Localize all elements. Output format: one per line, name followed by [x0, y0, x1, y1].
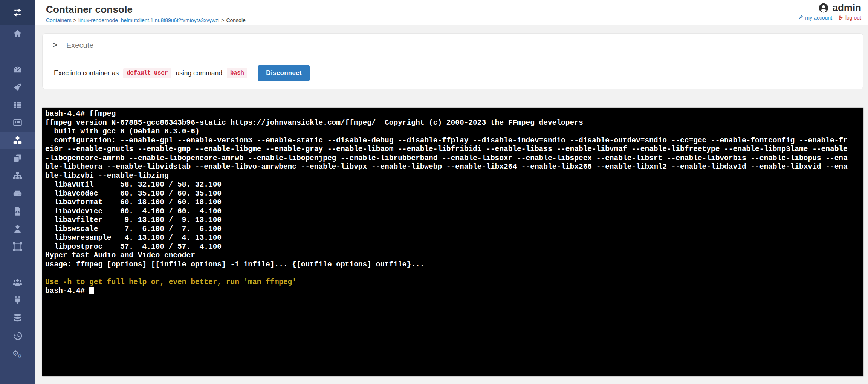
- th-list-icon: [12, 100, 23, 110]
- terminal-line: built with gcc 8 (Debian 8.3.0-6): [45, 127, 860, 136]
- terminal-line: bash-4.4# ffmpeg: [45, 110, 860, 119]
- sidebar-item-services[interactable]: [0, 114, 35, 132]
- content-area: >_ Execute Exec into container as defaul…: [35, 25, 868, 384]
- user-name-label: admin: [832, 2, 861, 14]
- tachometer-icon: [12, 64, 23, 75]
- terminal-line: Hyper fast Audio and Video encoder: [45, 251, 860, 260]
- breadcrumb: Containers>linux-rendernode_helmutclient…: [35, 15, 868, 23]
- breadcrumb-separator: >: [73, 17, 76, 23]
- sidebar-item-volumes[interactable]: [0, 185, 35, 202]
- terminal-line: libavutil 58. 32.100 / 58. 32.100: [45, 181, 860, 190]
- exec-command-badge: bash: [227, 68, 247, 78]
- disconnect-button[interactable]: Disconnect: [258, 65, 310, 81]
- user-links: my account log out: [798, 15, 861, 21]
- main-area: Container console Containers>linux-rende…: [35, 0, 868, 384]
- file-code-icon: [12, 206, 23, 216]
- home-icon: [12, 29, 23, 39]
- console-terminal[interactable]: bash-4.4# ffmpegffmpeg version N-67885-g…: [42, 108, 863, 376]
- sidebar-item-auth-logs[interactable]: [0, 327, 35, 344]
- terminal-line: -libopencore-amrnb --enable-libopencore-…: [45, 154, 860, 163]
- my-account-link[interactable]: my account: [798, 15, 832, 21]
- history-icon: [12, 330, 23, 341]
- terminal-line: usage: ffmpeg [options] [[infile options…: [45, 260, 860, 269]
- terminal-line: Use -h to get full help or, even better,…: [45, 278, 860, 287]
- object-group-icon: [12, 242, 23, 252]
- terminal-line: libavformat 60. 18.100 / 60. 18.100: [45, 198, 860, 207]
- execute-panel-header: >_ Execute: [43, 34, 863, 57]
- sidebar-logo[interactable]: [0, 0, 35, 25]
- sign-out-icon: [838, 15, 844, 20]
- plug-icon: [12, 295, 23, 305]
- terminal-cursor: [89, 287, 94, 294]
- breadcrumb-separator: >: [221, 17, 224, 23]
- execute-panel-title: Execute: [66, 41, 93, 50]
- terminal-line: ffmpeg version N-67885-gcc86343b96-stati…: [45, 119, 860, 128]
- sidebar-item-dashboard[interactable]: [0, 61, 35, 78]
- execute-panel-body: Exec into container as default user usin…: [43, 57, 863, 89]
- page-title: Container console: [35, 0, 868, 15]
- users-icon: [12, 277, 23, 288]
- terminal-line: configuration: --enable-gpl --enable-ver…: [45, 136, 860, 145]
- terminal-prompt-icon: >_: [53, 41, 60, 50]
- rocket-icon: [12, 82, 23, 92]
- terminal-line: libswscale 7. 6.100 / 7. 6.100: [45, 225, 860, 234]
- terminal-line: libavfilter 9. 13.100 / 9. 13.100: [45, 216, 860, 225]
- log-out-link[interactable]: log out: [838, 15, 861, 21]
- user-circle-icon: [818, 3, 829, 13]
- sidebar-item-settings[interactable]: ⚙⚙: [0, 344, 35, 362]
- breadcrumb-item[interactable]: Containers: [46, 17, 72, 23]
- terminal-line: libavdevice 60. 4.100 / 60. 4.100: [45, 207, 860, 216]
- execute-panel: >_ Execute Exec into container as defaul…: [42, 33, 863, 89]
- sidebar-item-networks[interactable]: [0, 167, 35, 185]
- sitemap-icon: [12, 171, 23, 181]
- exec-user-badge: default user: [123, 68, 171, 78]
- hdd-icon: [12, 188, 23, 199]
- page-header: Container console Containers>linux-rende…: [35, 0, 868, 25]
- breadcrumb-item[interactable]: linux-rendernode_helmutclient.1.nu8t89u6…: [78, 17, 219, 23]
- svg-text:⚙: ⚙: [17, 353, 21, 358]
- terminal-line: ei0r --enable-gnutls --enable-gmp --enab…: [45, 145, 860, 154]
- sidebar-item-secrets[interactable]: [0, 220, 35, 238]
- exec-text-middle: using command: [176, 69, 222, 77]
- terminal-line: libswresample 4. 13.100 / 4. 13.100: [45, 234, 860, 243]
- terminal-line: ble-libtheora --enable-libvidstab --enab…: [45, 163, 860, 172]
- cubes-icon: [12, 135, 23, 145]
- user-name: admin: [798, 2, 861, 14]
- cogs-icon: ⚙⚙: [12, 348, 23, 358]
- sidebar-item-endpoints[interactable]: [0, 291, 35, 309]
- terminal-line: ble-libzvbi --enable-libzimg: [45, 172, 860, 181]
- breadcrumb-item: Console: [226, 17, 245, 23]
- sidebar-item-app-templates[interactable]: [0, 78, 35, 96]
- sidebar-item-home[interactable]: [0, 25, 35, 43]
- log-out-label: log out: [845, 15, 861, 21]
- sidebar-item-swarm[interactable]: [0, 238, 35, 255]
- sidebar-item-configs[interactable]: [0, 202, 35, 220]
- terminal-line: libpostproc 57. 4.100 / 57. 4.100: [45, 243, 860, 252]
- wrench-icon: [798, 15, 803, 20]
- sidebar-item-stacks[interactable]: [0, 96, 35, 114]
- sidebar-item-registries[interactable]: [0, 309, 35, 327]
- list-alt-icon: [12, 118, 23, 128]
- terminal-line: [45, 269, 860, 278]
- terminal-line: libavcodec 60. 35.100 / 60. 35.100: [45, 190, 860, 199]
- sidebar-item-containers[interactable]: [0, 132, 35, 149]
- user-secret-icon: [12, 224, 23, 234]
- copy-icon: [12, 153, 23, 163]
- sidebar-nav: ⚙⚙: [0, 25, 35, 362]
- my-account-label: my account: [805, 15, 832, 21]
- database-icon: [12, 313, 23, 323]
- terminal-line: bash-4.4#: [45, 287, 860, 296]
- sidebar: ⚙⚙: [0, 0, 35, 384]
- sidebar-item-images[interactable]: [0, 149, 35, 167]
- exchange-icon: [12, 8, 23, 18]
- exec-text-before: Exec into container as: [54, 69, 119, 77]
- sidebar-item-users[interactable]: [0, 274, 35, 291]
- user-box: admin my account log out: [798, 2, 861, 21]
